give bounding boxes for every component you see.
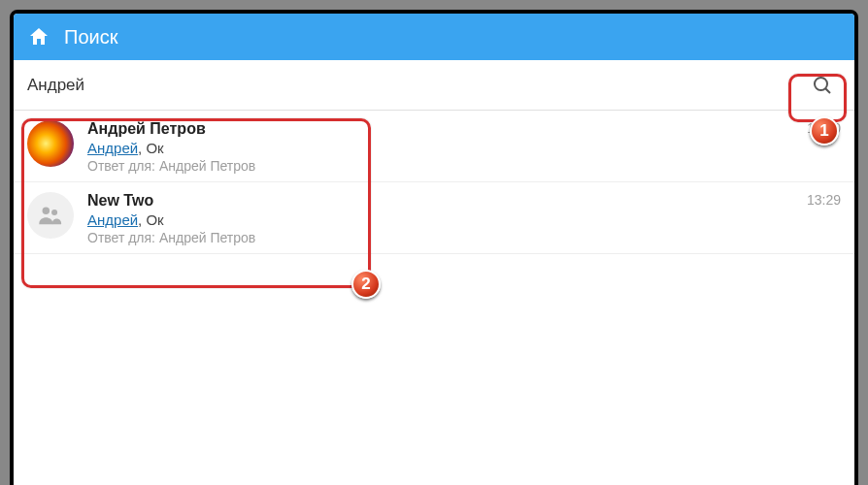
result-content: New Two Андрей, Ок Ответ для: Андрей Пет…: [87, 192, 841, 245]
message-rest: , Ок: [138, 140, 164, 156]
avatar: [27, 192, 74, 239]
result-message: Андрей, Ок: [87, 140, 841, 156]
mention-link[interactable]: Андрей: [87, 211, 138, 228]
result-message: Андрей, Ок: [87, 211, 841, 228]
result-time: 13:20: [807, 120, 841, 136]
result-name: New Two: [87, 192, 841, 210]
svg-line-1: [825, 88, 830, 93]
search-results: Андрей Петров Андрей, Ок Ответ для: Андр…: [14, 111, 854, 254]
result-reply: Ответ для: Андрей Петров: [87, 230, 841, 245]
avatar: [27, 120, 74, 167]
mention-link[interactable]: Андрей: [87, 140, 138, 156]
result-name: Андрей Петров: [87, 120, 841, 138]
svg-point-3: [51, 210, 57, 215]
svg-point-0: [815, 78, 827, 90]
result-time: 13:29: [807, 192, 841, 208]
result-content: Андрей Петров Андрей, Ок Ответ для: Андр…: [87, 120, 841, 174]
message-rest: , Ок: [138, 211, 164, 228]
result-row[interactable]: Андрей Петров Андрей, Ок Ответ для: Андр…: [14, 111, 854, 182]
search-bar: [14, 60, 854, 111]
header-title: Поиск: [64, 26, 117, 48]
home-icon[interactable]: [27, 25, 50, 48]
search-icon[interactable]: [804, 67, 841, 104]
app-header: Поиск: [14, 14, 854, 60]
search-input[interactable]: [27, 76, 804, 95]
svg-point-2: [43, 208, 50, 214]
annotation-badge-2: 2: [351, 270, 381, 299]
app-frame: Поиск Андрей Петров Андрей, Ок Ответ для…: [10, 10, 858, 485]
result-reply: Ответ для: Андрей Петров: [87, 158, 841, 174]
result-row[interactable]: New Two Андрей, Ок Ответ для: Андрей Пет…: [14, 182, 854, 254]
